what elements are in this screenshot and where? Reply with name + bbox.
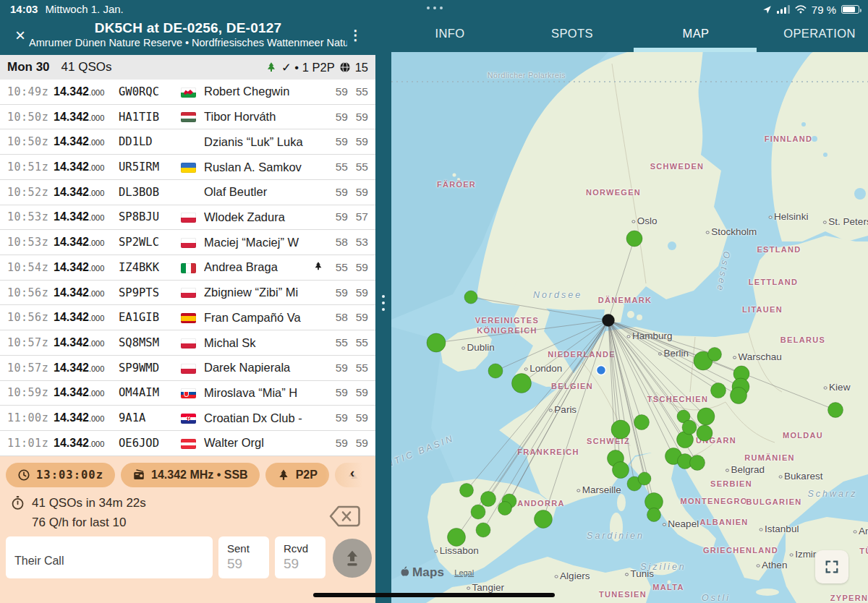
backspace-icon[interactable] (327, 503, 362, 529)
page-title: DK5CH at DE-0256, DE-0127 (29, 20, 347, 36)
chip-sota[interactable]: SOTA (335, 463, 375, 487)
qso-time: 10:57z (7, 336, 54, 349)
qso-location-marker[interactable] (471, 505, 485, 519)
qso-location-marker[interactable] (448, 529, 466, 547)
table-row[interactable]: 10:53z14.342.000SP2WLCMaciej “Maciej” W5… (0, 230, 375, 255)
qso-location-marker[interactable] (697, 408, 715, 425)
qso-location-marker[interactable] (512, 374, 532, 393)
table-row[interactable]: 11:01z14.342.000OE6JODWalter Orgl5959 (0, 431, 375, 456)
close-icon[interactable]: × (12, 27, 29, 45)
qso-location-marker[interactable] (731, 388, 747, 404)
table-row[interactable]: 10:54z14.342.000IZ4BKKAndrea Braga5559 (0, 255, 375, 281)
legal-link[interactable]: Legal (454, 568, 474, 577)
clock-icon (17, 469, 30, 482)
rst-rcvd: 55 (348, 336, 368, 349)
rst-sent-field[interactable]: Sent 59 (218, 536, 269, 578)
sent-label: Sent (227, 542, 269, 555)
qso-location-marker[interactable] (638, 472, 651, 485)
panel-divider (375, 52, 391, 603)
rst-sent: 59 (328, 210, 348, 223)
rst-rcvd-field[interactable]: Rcvd 59 (275, 536, 326, 578)
table-row[interactable]: 10:50z14.342.000HA1TIBTibor Horváth5959 (0, 105, 375, 130)
table-row[interactable]: 10:57z14.342.000SP9WMDDarek Napierala595… (0, 356, 375, 381)
qso-row-list: 10:49z14.342.000GW0RQCRobert Chegwin5955… (0, 80, 375, 456)
country-flag-hungary (181, 112, 196, 122)
qso-location-marker[interactable] (498, 502, 512, 516)
qso-callsign: SQ8MSM (119, 336, 181, 349)
table-row[interactable]: 10:49z14.342.000GW0RQCRobert Chegwin5955 (0, 80, 375, 105)
qso-frequency: 14.342.000 (54, 161, 119, 174)
chip-13-03-00z[interactable]: 13:03:00z (6, 463, 115, 487)
chip-p2p[interactable]: P2P (265, 463, 329, 487)
p2p-tree-icon (313, 261, 328, 274)
qso-callsign: UR5IRM (119, 161, 181, 174)
tab-map[interactable]: MAP (683, 19, 710, 48)
table-row[interactable]: 11:00z14.342.0009A1ACroatian Dx Club -59… (0, 406, 375, 431)
qso-location-marker[interactable] (464, 291, 477, 304)
chevron-left-icon[interactable]: ‹ (350, 465, 354, 481)
qso-location-marker[interactable] (427, 333, 446, 352)
table-row[interactable]: 10:56z14.342.000EA1GIBFran Campañó Va585… (0, 305, 375, 330)
table-row[interactable]: 10:59z14.342.000OM4AIMMiroslava “Mia” H5… (0, 381, 375, 406)
radio-icon (132, 469, 145, 482)
qso-location-marker[interactable] (682, 420, 697, 435)
country-flag-poland (181, 364, 196, 374)
qso-path-line (505, 320, 608, 508)
map-canvas[interactable]: Nördlicher PolarkreisFÄRÖERNORWEGENSCHWE… (391, 52, 868, 603)
tab-spots[interactable]: SPOTS (551, 19, 593, 48)
qso-location-marker[interactable] (634, 415, 650, 430)
home-indicator[interactable] (313, 593, 555, 597)
stopwatch-icon (10, 495, 25, 510)
qso-callsign: SP9WMD (119, 362, 181, 375)
qso-location-marker[interactable] (476, 523, 490, 537)
qso-frequency: 14.342.000 (54, 236, 119, 249)
qso-frequency: 14.342.000 (54, 411, 119, 424)
their-call-input[interactable] (6, 536, 213, 578)
table-row[interactable]: 10:53z14.342.000SP8BJUWlodek Zadura5957 (0, 205, 375, 231)
qso-location-marker[interactable] (535, 510, 553, 529)
qso-location-marker[interactable] (647, 508, 661, 522)
qso-location-marker[interactable] (481, 492, 496, 507)
qso-location-marker[interactable] (488, 364, 503, 378)
qso-callsign: SP8BJU (119, 210, 181, 223)
rcvd-value: 59 (284, 556, 326, 572)
rst-rcvd: 59 (348, 386, 368, 399)
qso-location-marker[interactable] (828, 403, 843, 418)
pota-tree-icon (265, 61, 277, 73)
fullscreen-button[interactable] (815, 550, 848, 583)
log-qso-button[interactable] (333, 539, 372, 578)
qso-location-marker[interactable] (613, 462, 629, 479)
tab-operation[interactable]: OPERATION (783, 19, 856, 48)
table-row[interactable]: 10:57z14.342.000SQ8MSMMichal Sk5555 (0, 330, 375, 356)
qso-location-marker[interactable] (611, 420, 630, 439)
rst-rcvd: 59 (348, 286, 368, 299)
qso-location-marker[interactable] (460, 484, 474, 497)
table-row[interactable]: 10:56z14.342.000SP9PTSZbigniew “Zibi” Mi… (0, 281, 375, 306)
country-flag-spain (181, 313, 196, 323)
table-row[interactable]: 10:50z14.342.000DD1LDDzianis “Luk” Luka5… (0, 129, 375, 155)
qso-location-marker[interactable] (708, 348, 722, 362)
spot-blue-marker[interactable] (597, 366, 606, 375)
qso-time: 10:52z (7, 186, 54, 199)
tab-info[interactable]: INFO (435, 19, 464, 48)
rst-sent: 58 (328, 311, 348, 324)
qso-frequency: 14.342.000 (54, 311, 119, 324)
table-row[interactable]: 10:52z14.342.000DL3BOBOlaf Beutler5959 (0, 180, 375, 205)
qso-callsign: OE6JOD (119, 437, 181, 450)
divider-drag-handle[interactable] (381, 295, 386, 315)
kebab-menu-icon[interactable]: ⋮ (349, 26, 362, 45)
qso-time: 10:51z (7, 161, 54, 174)
qso-location-marker[interactable] (690, 456, 705, 471)
qso-location-marker[interactable] (697, 425, 712, 441)
chip-row: 13:03:00z14.342 MHz • SSBP2PSOTA (6, 463, 375, 487)
qso-location-marker[interactable] (626, 231, 642, 247)
chip-14-342-mhz-ssb[interactable]: 14.342 MHz • SSB (121, 463, 260, 487)
qso-callsign: HA1TIB (119, 111, 181, 124)
qso-location-marker[interactable] (711, 383, 726, 398)
qso-callsign: GW0RQC (119, 85, 181, 98)
table-row[interactable]: 10:51z14.342.000UR5IRMRuslan A. Samkov55… (0, 155, 375, 180)
rst-sent: 59 (328, 411, 348, 424)
home-station-marker[interactable] (603, 315, 615, 327)
rst-rcvd: 55 (348, 161, 368, 174)
qso-count-label: 41 QSOs (61, 60, 112, 74)
